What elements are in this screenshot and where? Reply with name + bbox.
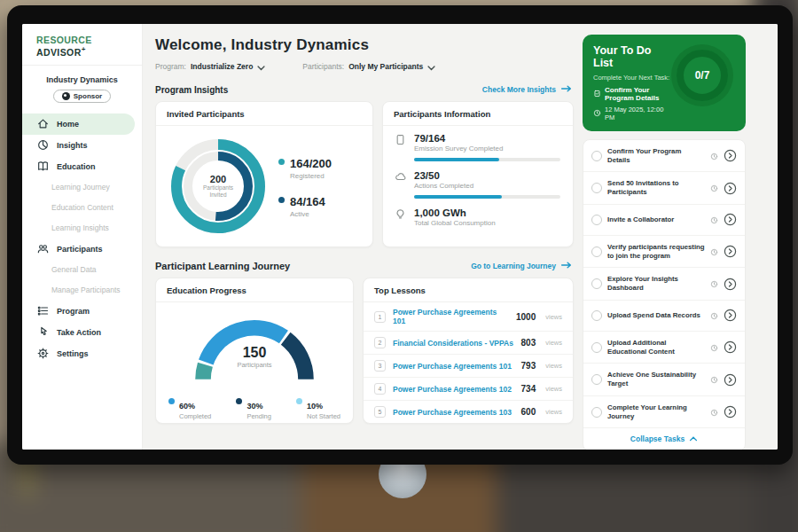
go-to-learning-journey-link[interactable]: Go to Learning Journey (471, 261, 572, 271)
sidebar-item-general-data[interactable]: General Data (22, 260, 142, 280)
program-filter[interactable]: Program: Industrialize Zero (155, 62, 265, 71)
arrow-right-icon (560, 84, 572, 95)
donut-center-value: 200 (210, 174, 226, 184)
lesson-link[interactable]: Power Purchase Agreements 102 (393, 385, 514, 394)
collapse-tasks-link[interactable]: Collapse Tasks (583, 428, 745, 450)
chevron-right-icon[interactable] (724, 373, 737, 387)
sidebar-item-take-action[interactable]: Take Action (22, 322, 142, 343)
lightbulb-icon (394, 207, 407, 227)
task-row-achieve-target[interactable]: Achieve One Sustainability Target (583, 364, 745, 395)
lesson-link[interactable]: Power Purchase Agreements 101 (393, 362, 514, 371)
card-title: Participants Information (383, 102, 573, 126)
logo-advisor: ADVISOR (36, 47, 82, 58)
lesson-row: 1 Power Purchase Agreements 101 1000view… (364, 302, 573, 332)
chevron-right-icon[interactable] (724, 245, 737, 258)
lesson-row: 2 Financial Considerations - VPPAs 803vi… (364, 332, 573, 355)
sidebar-item-education[interactable]: Education (22, 156, 142, 177)
sponsor-badge: Sponsor (53, 90, 111, 103)
task-checkbox[interactable] (591, 374, 602, 385)
sidebar-item-settings[interactable]: Settings (22, 343, 142, 364)
legend-not-started: 10% Not Started (296, 396, 340, 420)
chevron-right-icon[interactable] (724, 405, 737, 419)
task-checkbox[interactable] (591, 278, 602, 289)
section-title-learning-journey: Participant Learning Journey (155, 261, 290, 271)
sidebar-item-learning-journey[interactable]: Learning Journey (22, 177, 142, 198)
chevron-right-icon[interactable] (724, 182, 737, 195)
chevron-right-icon[interactable] (724, 340, 737, 354)
task-row-invite-collaborator[interactable]: Invite a Collaborator (583, 205, 745, 236)
progress-bar (414, 195, 560, 199)
task-doc-icon (593, 90, 601, 99)
chevron-right-icon[interactable] (724, 149, 737, 162)
lesson-link[interactable]: Power Purchase Agreements 101 (393, 308, 509, 325)
lesson-link[interactable]: Power Purchase Agreements 103 (393, 408, 514, 417)
chevron-down-icon (427, 64, 435, 69)
task-checkbox[interactable] (591, 310, 602, 321)
legend-dot (296, 398, 302, 404)
sidebar-item-home[interactable]: Home (22, 113, 135, 135)
stat-actions-completed: 23/50 Actions Completed (383, 163, 573, 200)
organization-name: Industry Dynamics (22, 75, 142, 84)
task-row-upload-educational-content[interactable]: Upload Additional Educational Content (583, 332, 745, 364)
todo-progress-ring: 0/7 (677, 50, 728, 101)
participants-filter[interactable]: Participants: Only My Participants (302, 62, 435, 71)
sidebar-item-manage-participants[interactable]: Manage Participants (22, 280, 142, 301)
gauge-center-value: 150 (184, 345, 325, 361)
clock-icon (710, 340, 718, 356)
actions-icon (394, 170, 407, 199)
lesson-row: 5 Power Purchase Agreements 103 600views (364, 401, 573, 423)
sidebar-item-education-content[interactable]: Education Content (22, 198, 142, 218)
sidebar-item-insights[interactable]: Insights (22, 135, 142, 156)
task-row-upload-spend-data[interactable]: Upload Spend Data Records (583, 301, 745, 332)
clock-icon (710, 404, 718, 420)
check-more-insights-link[interactable]: Check More Insights (482, 84, 572, 95)
due-date: 12 May 2025, 12:00 PM (605, 106, 671, 121)
card-title: Invited Participants (156, 102, 372, 126)
clock-icon (710, 148, 718, 164)
donut-legend: 164/200 Registered 84/164 Active (278, 155, 332, 218)
legend-completed: 60% Completed (168, 396, 211, 420)
task-checkbox[interactable] (591, 407, 602, 418)
task-checkbox[interactable] (591, 151, 602, 161)
legend-dot (236, 398, 242, 404)
rank-badge: 4 (374, 383, 386, 395)
dashboard-screen: RESOURCE ADVISOR+ Industry Dynamics Spon… (22, 24, 778, 450)
task-checkbox[interactable] (591, 215, 602, 225)
gauge-legend: 60% Completed 30% Pending 10% Not Starte… (156, 389, 353, 420)
next-task-label: Confirm Your Program Details (605, 86, 671, 102)
sidebar-item-participants[interactable]: Participants (22, 239, 142, 260)
task-checkbox[interactable] (591, 246, 602, 257)
clock-icon (710, 180, 718, 196)
card-title: Education Progress (156, 278, 353, 302)
sponsor-icon (62, 92, 70, 100)
sidebar-item-program[interactable]: Program (22, 301, 142, 322)
participants-information-card: Participants Information 79/164 Emission… (382, 101, 574, 247)
chevron-down-icon (257, 64, 265, 69)
right-panel: Your To Do List Complete Your Next Task:… (574, 24, 756, 450)
arrow-right-icon (560, 261, 572, 271)
task-checkbox[interactable] (591, 183, 602, 193)
top-lessons-card: Top Lessons 1 Power Purchase Agreements … (363, 278, 574, 424)
task-row-send-invitations[interactable]: Send 50 Invitations to Participants (583, 172, 745, 204)
lesson-link[interactable]: Financial Considerations - VPPAs (393, 339, 514, 348)
settings-icon (36, 347, 50, 360)
chevron-right-icon[interactable] (724, 278, 737, 291)
task-row-confirm-program[interactable]: Confirm Your Program Details (583, 140, 745, 172)
education-progress-card: Education Progress 150 Participants 60% … (155, 278, 354, 424)
todo-summary-card: Your To Do List Complete Your Next Task:… (583, 35, 746, 131)
clock-icon (593, 109, 601, 119)
chevron-right-icon[interactable] (724, 213, 737, 226)
task-row-complete-learning-journey[interactable]: Complete Your Learning Journey (583, 396, 745, 428)
chevron-up-icon (689, 436, 698, 442)
legend-registered: 164/200 Registered (278, 155, 332, 180)
donut-center-label: Participants Invited (203, 184, 233, 200)
chevron-right-icon[interactable] (724, 309, 737, 322)
gauge-center-label: Participants (184, 361, 325, 369)
home-icon (36, 117, 50, 130)
filter-bar: Program: Industrialize Zero Participants… (155, 62, 574, 71)
task-checkbox[interactable] (591, 342, 602, 353)
sidebar-item-learning-insights[interactable]: Learning Insights (22, 218, 142, 239)
survey-icon (394, 133, 407, 161)
task-row-verify-participants[interactable]: Verify participants requesting to join t… (583, 236, 745, 268)
task-row-explore-insights[interactable]: Explore Your Insights Dashboard (583, 268, 745, 300)
